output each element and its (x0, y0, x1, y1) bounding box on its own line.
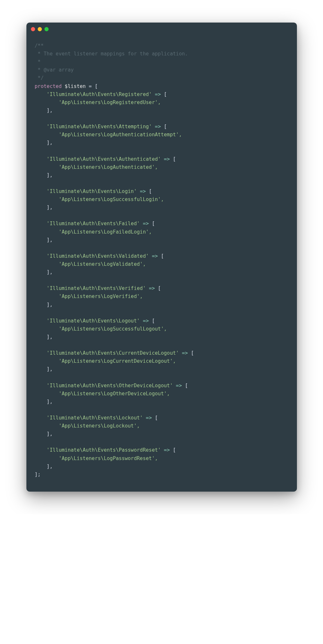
punct: ], (47, 302, 53, 308)
listener-class: 'App\Listeners\LogAuthenticated', (59, 164, 158, 170)
event-class: 'Illuminate\Auth\Events\Validated' (47, 253, 149, 259)
comment-line: */ (35, 75, 44, 81)
listener-class: 'App\Listeners\LogSuccessfulLogout', (59, 326, 167, 332)
arrow: => (164, 447, 170, 453)
code-block: /** * The event listener mappings for th… (26, 35, 297, 492)
window-close-icon[interactable] (31, 27, 35, 31)
punct: [ (173, 156, 176, 162)
listener-class: 'App\Listeners\LogRegisteredUser', (59, 100, 161, 105)
punct: [ (161, 253, 164, 259)
punct: ], (47, 237, 53, 243)
punct: [ (155, 415, 158, 421)
arrow: => (182, 350, 188, 356)
punct: ], (47, 334, 53, 340)
listener-class: 'App\Listeners\LogOtherDeviceLogout', (59, 391, 170, 397)
listener-class: 'App\Listeners\LogLockout', (59, 423, 140, 429)
punct: [ (185, 383, 188, 389)
event-class: 'Illuminate\Auth\Events\PasswordReset' (47, 447, 161, 453)
comment-line: * (35, 59, 41, 65)
listener-class: 'App\Listeners\LogAuthenticationAttempt'… (59, 132, 182, 138)
event-class: 'Illuminate\Auth\Events\OtherDeviceLogou… (47, 383, 173, 389)
code-window: /** * The event listener mappings for th… (26, 23, 297, 492)
listener-class: 'App\Listeners\LogFailedLogin', (59, 229, 152, 235)
arrow: => (155, 124, 161, 130)
punct: ], (47, 464, 53, 469)
listener-class: 'App\Listeners\LogPasswordReset', (59, 456, 158, 461)
punct: ], (47, 172, 53, 178)
punct: ], (47, 108, 53, 113)
arrow: => (155, 91, 161, 97)
event-class: 'Illuminate\Auth\Events\Attempting' (47, 124, 152, 130)
listener-class: 'App\Listeners\LogSuccessfulLogin', (59, 197, 164, 202)
event-class: 'Illuminate\Auth\Events\Login' (47, 188, 137, 194)
punct: [ (173, 447, 176, 453)
punct: ], (47, 431, 53, 437)
arrow: => (140, 188, 146, 194)
punct: ], (47, 140, 53, 146)
comment-line: /** (35, 43, 44, 49)
listener-class: 'App\Listeners\LogVerified', (59, 293, 143, 299)
comment-line: * The event listener mappings for the ap… (35, 51, 188, 57)
arrow: => (143, 221, 149, 226)
window-minimize-icon[interactable] (38, 27, 42, 31)
punct: ], (47, 399, 53, 405)
arrow: => (143, 318, 149, 324)
event-class: 'Illuminate\Auth\Events\Failed' (47, 221, 140, 226)
punct: [ (149, 188, 152, 194)
event-class: 'Illuminate\Auth\Events\Lockout' (47, 415, 143, 421)
arrow: => (176, 383, 182, 389)
window-zoom-icon[interactable] (44, 27, 49, 31)
event-class: 'Illuminate\Auth\Events\Registered' (47, 91, 152, 97)
punct: [ (152, 221, 155, 226)
event-class: 'Illuminate\Auth\Events\Verified' (47, 285, 146, 291)
event-class: 'Illuminate\Auth\Events\CurrentDeviceLog… (47, 350, 179, 356)
event-class: 'Illuminate\Auth\Events\Authenticated' (47, 156, 161, 162)
punct: [ (191, 350, 194, 356)
punct: [ (164, 124, 167, 130)
punct: ]; (35, 472, 41, 477)
window-titlebar (26, 23, 297, 35)
punct: ], (47, 205, 53, 210)
event-class: 'Illuminate\Auth\Events\Logout' (47, 318, 140, 324)
listener-class: 'App\Listeners\LogCurrentDeviceLogout', (59, 358, 176, 364)
punct: [ (158, 285, 161, 291)
punct: ], (47, 269, 53, 275)
comment-line: * @var array (35, 67, 74, 73)
arrow: => (149, 285, 155, 291)
arrow: => (146, 415, 152, 421)
variable-listen: $listen (65, 83, 86, 89)
punct: [ (164, 91, 167, 97)
arrow: => (152, 253, 158, 259)
punct: = [ (86, 83, 98, 89)
arrow: => (164, 156, 170, 162)
listener-class: 'App\Listeners\LogValidated', (59, 261, 146, 267)
keyword-protected: protected (35, 83, 62, 89)
punct: ], (47, 366, 53, 372)
punct: [ (152, 318, 155, 324)
